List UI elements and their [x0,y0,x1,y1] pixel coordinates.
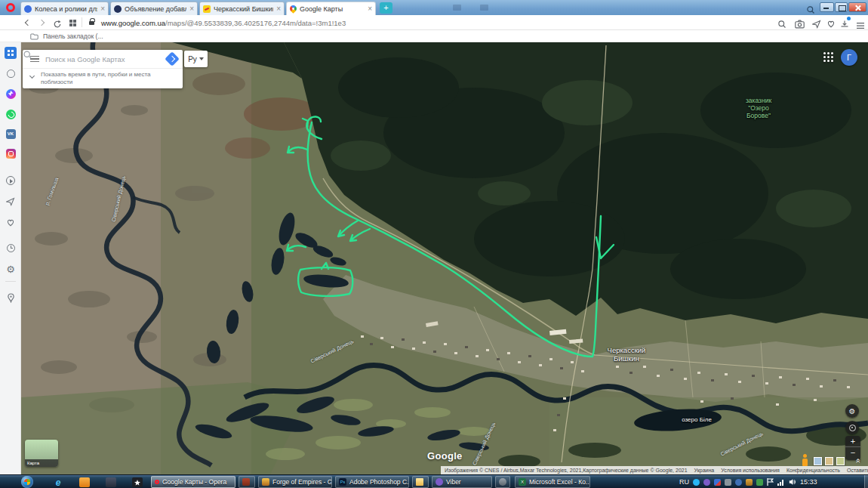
opera-logo-icon[interactable] [6,3,15,12]
my-location-button[interactable] [845,421,859,434]
tab-favicon-icon [114,5,122,13]
opera-icon [155,480,159,484]
nature-reserve-label: заказник "Озеро Борове" [732,97,785,119]
zoom-in-button[interactable]: + [845,436,860,447]
feedback-link[interactable]: Оставить отзыв [847,468,868,473]
back-button[interactable] [25,20,31,26]
collapse-controls-icon[interactable]: » [852,456,863,466]
tray-skype-icon[interactable] [693,479,700,486]
pegman-icon[interactable] [800,454,809,466]
url-path: /maps/@49.5533839,36.4025176,2744m/data=… [165,19,346,27]
forward-button[interactable] [38,20,45,26]
tray-network-icon[interactable] [777,475,785,488]
messenger-icon[interactable] [5,88,17,100]
directions-button[interactable] [165,51,180,66]
taskbar-button-label: Google Карты - Opera [162,478,226,486]
map-type-toggle[interactable]: Карта [25,440,58,467]
tray-action-center-flag-icon[interactable] [767,475,774,488]
tab-kolesa[interactable]: Колеса и ролики для тел × [20,2,109,15]
url-text[interactable]: www.google.com.ua/maps/@49.5533839,36.40… [101,19,346,27]
tab-close-icon[interactable]: × [368,5,372,13]
pinned-app-icon[interactable] [106,477,116,487]
windows-taskbar: e Google Карты - Opera Forge of Empires … [0,474,868,488]
privacy-link[interactable]: Конфиденциальность [786,468,840,473]
my-flow-sidebar-icon[interactable] [5,196,17,208]
tab-close-icon[interactable]: × [276,5,281,13]
tray-volume-icon[interactable] [789,475,796,488]
input-language-label: Ру [188,55,197,63]
google-apps-grid-icon[interactable] [823,52,834,63]
map-compass-button[interactable]: ⚙ [845,404,859,418]
tray-app-icon[interactable] [756,479,763,486]
clock[interactable]: 15:33 [800,478,817,486]
window-maximize-button[interactable] [835,2,848,12]
forge-icon [262,478,269,486]
input-language-button[interactable]: Ру [184,51,208,67]
vk-icon[interactable]: VK [5,128,17,140]
history-icon[interactable] [5,242,17,254]
taskbar-viber-button[interactable]: Viber [432,476,492,488]
tab-obyavlenie[interactable]: Объявление добавляетс × [110,2,198,15]
player-icon[interactable] [5,175,17,187]
lake-label: озеро Біле [670,416,723,423]
extension-icon[interactable] [480,5,488,11]
keyboard-language-indicator[interactable]: RU [679,478,689,486]
app-icon [242,478,250,486]
speed-dial-button[interactable] [5,47,17,59]
search-input[interactable] [45,55,162,63]
account-avatar[interactable]: Г [841,49,857,66]
taskbar-opera-button[interactable]: Google Карты - Opera [151,476,235,488]
settings-gear-icon[interactable] [5,263,17,275]
taskbar-app-button[interactable] [495,476,510,488]
start-button[interactable] [21,476,33,488]
show-desktop-button[interactable] [864,475,868,488]
internet-explorer-icon[interactable]: e [53,477,63,487]
folder-icon [30,29,38,43]
viber-icon [436,478,443,486]
news-icon[interactable] [5,67,17,79]
speed-dial-icon[interactable] [69,20,76,26]
tray-app-icon[interactable] [725,479,731,486]
taskbar-forge-button[interactable]: Forge of Empires - G... [258,476,332,488]
system-tray: RU 15:33 [679,475,817,488]
tray-display-icon[interactable] [714,479,721,486]
window-close-button[interactable] [848,2,866,12]
taskbar-button-label: Viber [446,478,461,486]
tab-label: Google Карты [300,5,365,13]
whatsapp-icon[interactable] [5,108,17,120]
pinboard-pin-icon[interactable] [5,292,17,304]
new-tab-button[interactable]: + [380,2,392,14]
divider [5,281,16,282]
lock-icon[interactable] [89,21,94,25]
pinned-app-icon[interactable] [79,477,90,487]
layer-thumbnail[interactable] [836,457,845,465]
bookmarks-heart-icon[interactable] [5,217,17,229]
terms-link[interactable]: Условия использования [721,468,780,473]
instagram-icon[interactable] [5,147,17,159]
tray-viber-icon[interactable] [703,479,710,486]
attribution-bar: Изображения © CNES / Airbus,Maxar Techno… [441,466,868,474]
travel-info-toggle[interactable]: Показать время в пути, пробки и места по… [23,68,183,88]
tab-close-icon[interactable]: × [189,5,194,13]
taskbar-excel-button[interactable]: X Microsoft Excel - Ко... [515,476,590,488]
taskbar-folder-button[interactable] [412,476,429,488]
taskbar-app-button[interactable] [239,476,255,488]
region-link[interactable]: Украина [694,468,715,473]
pinned-app-star-icon[interactable] [132,477,143,487]
tray-app-icon[interactable] [735,479,742,486]
window-minimize-button[interactable] [820,2,834,12]
tab-google-maps-active[interactable]: Google Карты × [286,2,376,15]
extension-icon[interactable] [453,5,461,11]
map-canvas[interactable]: заказник "Озеро Борове" Черкасский Бишки… [21,42,868,474]
bookmarks-folder-label[interactable]: Панель закладок (... [43,32,103,40]
tab-bishkin[interactable]: Черкасский Бишкин, Сев × [199,2,285,15]
layer-thumbnail[interactable] [825,457,833,465]
layer-thumbnail[interactable] [814,457,822,465]
chevron-down-icon [29,73,35,79]
tab-close-icon[interactable]: × [100,5,105,13]
tab-favicon-icon [24,5,32,13]
taskbar-photoshop-button[interactable]: Ps Adobe Photoshop C... [335,476,409,488]
tray-app-icon[interactable] [746,479,753,486]
excel-icon: X [519,478,526,486]
tab-favicon-icon [203,5,211,13]
